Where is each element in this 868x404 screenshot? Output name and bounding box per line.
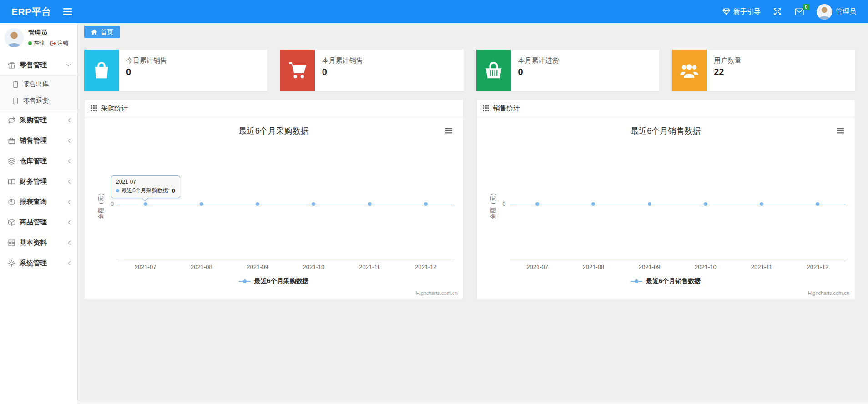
- chevron-left-icon: [68, 261, 71, 266]
- legend-label: 最近6个月销售数据: [646, 277, 701, 285]
- series-line: [117, 204, 454, 204]
- tooltip-series-label: 最近6个月采购数据:: [121, 187, 170, 195]
- user-menu[interactable]: 管理员: [817, 4, 856, 20]
- stat-card-today-sales[interactable]: 今日累计销售 0: [84, 50, 267, 91]
- stat-card-month-purchase[interactable]: 本月累计进货 0: [476, 50, 660, 91]
- sidebar-toggle-button[interactable]: [61, 5, 75, 18]
- layers-icon: [8, 157, 15, 165]
- sidebar: 管理员 在线 注销: [0, 23, 78, 404]
- chart-point[interactable]: [591, 202, 595, 206]
- cart-icon: [280, 50, 315, 91]
- gem-icon: [722, 8, 730, 15]
- legend-item[interactable]: 最近6个月采购数据: [239, 277, 309, 285]
- home-icon: [91, 29, 97, 35]
- sidebar-menu: 零售管理 零售出库 零售退货: [0, 55, 77, 274]
- chart-point[interactable]: [704, 202, 707, 206]
- pie-chart-icon: [8, 198, 15, 206]
- journal-icon: [12, 97, 19, 105]
- navbar-right: 新手引导 0: [722, 4, 868, 20]
- online-status-label: 在线: [34, 40, 45, 47]
- panel-header: 采购统计: [85, 100, 463, 117]
- chart-tooltip: 2021-07 最近6个月采购数据: 0: [111, 175, 180, 198]
- chart-point[interactable]: [312, 202, 315, 206]
- legend-item[interactable]: 最近6个月销售数据: [631, 277, 701, 285]
- sidebar-item-retail[interactable]: 零售管理: [0, 55, 77, 75]
- highcharts-credits[interactable]: Highcharts.com.cn: [416, 290, 457, 296]
- chart-point[interactable]: [144, 202, 147, 206]
- page-footer: [77, 400, 868, 404]
- chart-point[interactable]: [256, 202, 259, 206]
- sidebar-item-basic-data[interactable]: 基本资料: [0, 233, 77, 253]
- hamburger-icon: [63, 8, 72, 15]
- x-axis-label: 2021-10: [695, 264, 717, 270]
- guide-link[interactable]: 新手引导: [722, 7, 761, 16]
- sidebar-item-warehouse[interactable]: 仓库管理: [0, 151, 77, 171]
- chart-menu-icon: [445, 128, 452, 134]
- stat-value: 0: [518, 67, 559, 77]
- panel-header: 销售统计: [477, 100, 855, 117]
- sidebar-item-finance[interactable]: 财务管理: [0, 171, 77, 192]
- sidebar-item-retail-return[interactable]: 零售退货: [0, 93, 77, 109]
- stat-value: 0: [126, 67, 167, 77]
- purchase-stats-panel: 采购统计 最近6个月采购数据 金额（元） 0: [84, 99, 464, 299]
- main-content: 首页 今日累计销售 0: [77, 23, 868, 404]
- chart-point[interactable]: [200, 202, 203, 206]
- app-brand: ERP平台: [0, 5, 61, 18]
- expand-arrows-icon: [773, 8, 781, 15]
- stat-value: 22: [714, 67, 741, 77]
- chart-legend: 最近6个月销售数据: [477, 277, 855, 285]
- x-axis-label: 2021-12: [807, 264, 829, 270]
- sidebar-item-sales[interactable]: 销售管理: [0, 130, 77, 151]
- sidebar-user-panel: 管理员 在线 注销: [0, 23, 77, 53]
- sales-chart: 最近6个月销售数据 金额（元） 0: [477, 117, 855, 299]
- chart-point[interactable]: [368, 202, 372, 206]
- chart-context-menu-button[interactable]: [835, 126, 846, 135]
- chart-point[interactable]: [535, 202, 539, 206]
- stat-label: 用户数量: [714, 56, 741, 65]
- stat-card-user-count[interactable]: 用户数量 22: [672, 50, 855, 91]
- logout-label: 注销: [57, 40, 68, 47]
- x-axis-label: 2021-10: [303, 264, 325, 270]
- chart-title: 最近6个月采购数据: [85, 125, 463, 136]
- sidebar-item-retail-outbound[interactable]: 零售出库: [0, 76, 77, 93]
- chart-point[interactable]: [648, 202, 651, 206]
- tab-home[interactable]: 首页: [84, 26, 120, 38]
- chevron-left-icon: [68, 240, 71, 245]
- x-axis-label: 2021-07: [135, 264, 156, 270]
- sidebar-item-system[interactable]: 系统管理: [0, 253, 77, 274]
- panel-title: 采购统计: [101, 104, 128, 113]
- sidebar-item-label: 系统管理: [20, 259, 47, 268]
- fullscreen-button[interactable]: [772, 7, 782, 16]
- messages-button[interactable]: 0: [794, 7, 805, 16]
- chevron-left-icon: [68, 220, 71, 225]
- sidebar-item-label: 基本资料: [20, 239, 47, 247]
- logout-link[interactable]: 注销: [50, 40, 68, 47]
- highcharts-credits[interactable]: Highcharts.com.cn: [808, 290, 849, 296]
- stat-card-month-sales[interactable]: 本月累计销售 0: [280, 50, 464, 91]
- tab-bar: 首页: [77, 23, 868, 41]
- stat-label: 本月累计进货: [518, 56, 559, 65]
- sidebar-item-label: 零售出库: [23, 80, 49, 89]
- chart-point[interactable]: [424, 202, 428, 206]
- sidebar-item-label: 销售管理: [20, 136, 47, 145]
- chart-point[interactable]: [816, 202, 819, 206]
- legend-line-marker: [631, 281, 642, 282]
- chevron-left-icon: [68, 138, 71, 143]
- sidebar-item-label: 零售管理: [20, 61, 47, 70]
- sidebar-item-products[interactable]: 商品管理: [0, 212, 77, 233]
- chevron-left-icon: [68, 200, 71, 204]
- logout-icon: [50, 40, 56, 46]
- sidebar-item-label: 报表查询: [20, 198, 47, 206]
- x-axis-label: 2021-08: [583, 264, 605, 270]
- sidebar-item-purchase[interactable]: 采购管理: [0, 110, 77, 130]
- x-axis-label: 2021-11: [359, 264, 380, 270]
- panel-title: 销售统计: [493, 104, 520, 113]
- chart-context-menu-button[interactable]: [444, 126, 454, 135]
- stat-value: 0: [322, 67, 363, 77]
- purchase-chart: 最近6个月采购数据 金额（元） 0: [85, 117, 463, 299]
- chevron-down-icon: [66, 64, 71, 67]
- sidebar-item-reports[interactable]: 报表查询: [0, 192, 77, 212]
- chart-point[interactable]: [760, 202, 763, 206]
- stat-label: 本月累计销售: [322, 56, 363, 65]
- x-axis-label: 2021-08: [191, 264, 212, 270]
